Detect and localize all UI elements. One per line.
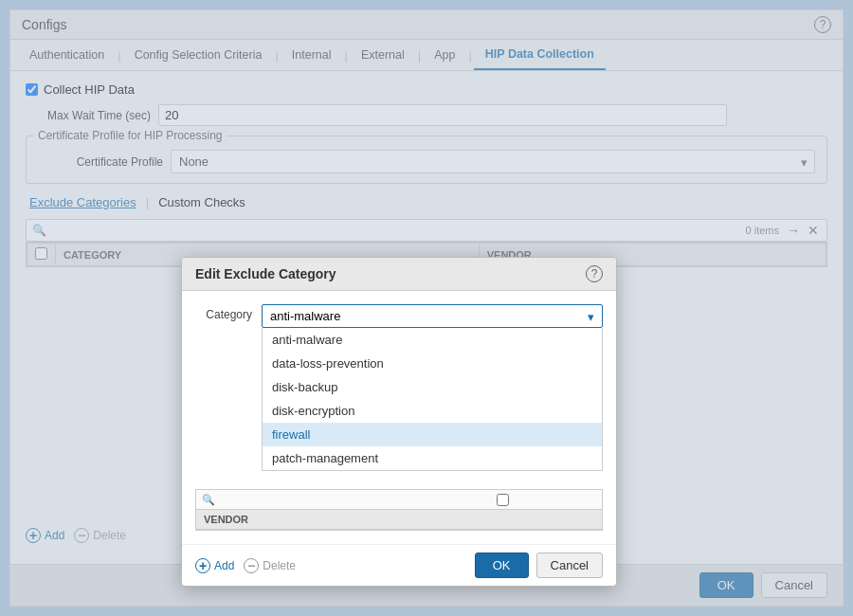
modal-title: Edit Exclude Category — [195, 266, 336, 281]
edit-exclude-category-modal: Edit Exclude Category ? Category anti-ma… — [181, 257, 617, 587]
modal-delete-button[interactable]: − Delete — [244, 558, 296, 573]
tab-hip-data-collection[interactable]: HIP Data Collection — [474, 40, 606, 70]
modal-category-value: anti-malware — [270, 309, 340, 323]
search-input[interactable] — [50, 224, 746, 237]
modal-col-vendor: VENDOR — [196, 510, 602, 530]
items-count: 0 items — [746, 225, 779, 236]
dropdown-item-anti-malware[interactable]: anti-malware — [263, 328, 602, 352]
modal-delete-label: Delete — [263, 559, 296, 572]
add-label: Add — [45, 529, 64, 542]
dropdown-item-disk-backup[interactable]: disk-backup — [263, 375, 602, 399]
modal-add-icon: + — [195, 558, 210, 573]
cert-profile-row: Certificate Profile None ▾ — [38, 150, 815, 173]
cert-profile-label: Certificate Profile — [38, 155, 171, 169]
modal-footer-btns: OK Cancel — [475, 553, 603, 578]
modal-body: Category anti-malware ▾ anti-malware dat… — [182, 291, 616, 544]
tab-internal[interactable]: Internal — [281, 41, 343, 69]
search-icon: 🔍 — [32, 224, 46, 237]
modal-category-dropdown-wrapper: anti-malware ▾ anti-malware data-loss-pr… — [262, 304, 603, 328]
modal-category-dropdown-list: anti-malware data-loss-prevention disk-b… — [262, 328, 603, 471]
main-cancel-button[interactable]: Cancel — [761, 572, 827, 598]
dropdown-item-patch-management[interactable]: patch-management — [263, 446, 602, 470]
modal-search-icon: 🔍 — [202, 494, 215, 506]
modal-vendor-table: 🔍 VENDOR — [195, 489, 603, 531]
modal-help-icon[interactable]: ? — [586, 265, 603, 282]
cert-profile-group-title: Certificate Profile for HIP Processing — [34, 129, 227, 142]
modal-add-button[interactable]: + Add — [195, 558, 234, 573]
modal-ok-button[interactable]: OK — [475, 553, 529, 578]
cert-profile-select[interactable]: None — [171, 150, 815, 173]
main-panel: Configs ? Authentication | Config Select… — [9, 9, 844, 607]
tab-config-selection[interactable]: Config Selection Criteria — [123, 41, 274, 69]
content-area: Collect HIP Data Max Wait Time (sec) Cer… — [10, 71, 843, 279]
max-wait-time-input[interactable] — [158, 104, 727, 126]
search-bar: 🔍 0 items → ✕ — [26, 219, 827, 242]
tab-external[interactable]: External — [350, 41, 416, 69]
main-ok-button[interactable]: OK — [699, 572, 753, 598]
modal-category-row: Category anti-malware ▾ anti-malware dat… — [195, 304, 603, 328]
dropdown-item-disk-encryption[interactable]: disk-encryption — [263, 399, 602, 423]
delete-label: Delete — [93, 529, 126, 542]
modal-inner-section: 🔍 VENDOR — [195, 489, 603, 531]
tab-app[interactable]: App — [423, 41, 466, 69]
modal-category-label: Category — [195, 304, 262, 321]
panel-header: Configs ? — [10, 10, 843, 40]
add-button[interactable]: + Add — [26, 528, 64, 543]
sub-tabs: Exclude Categories | Custom Checks — [26, 193, 827, 211]
modal-bottom: + Add − Delete OK Cancel — [182, 544, 616, 586]
modal-category-select[interactable]: anti-malware ▾ — [262, 304, 603, 328]
cert-profile-group: Certificate Profile for HIP Processing C… — [26, 136, 827, 184]
bottom-actions: + Add − Delete — [26, 522, 126, 549]
modal-table-search-bar: 🔍 — [196, 490, 602, 510]
modal-actions: + Add − Delete — [195, 558, 296, 573]
search-arrow-icon[interactable]: → — [785, 223, 802, 238]
delete-button[interactable]: − Delete — [74, 528, 126, 543]
modal-cancel-button[interactable]: Cancel — [536, 553, 603, 578]
tab-authentication[interactable]: Authentication — [18, 41, 116, 69]
collect-hip-data-checkbox[interactable] — [26, 83, 38, 96]
delete-icon: − — [74, 528, 89, 543]
collect-hip-data-row: Collect HIP Data — [26, 82, 827, 97]
modal-table-checkbox[interactable] — [409, 494, 596, 506]
dropdown-item-data-loss-prevention[interactable]: data-loss-prevention — [263, 352, 602, 375]
search-clear-icon[interactable]: ✕ — [806, 223, 821, 238]
modal-search-input[interactable] — [219, 493, 406, 506]
sub-tab-exclude-categories[interactable]: Exclude Categories — [26, 193, 140, 211]
dropdown-chevron-icon: ▾ — [588, 309, 594, 323]
sub-tab-custom-checks[interactable]: Custom Checks — [154, 193, 249, 211]
tabs-bar: Authentication | Config Selection Criter… — [10, 40, 843, 71]
panel-help-icon[interactable]: ? — [814, 16, 831, 33]
panel-title: Configs — [22, 17, 66, 32]
dropdown-item-firewall[interactable]: firewall — [263, 423, 602, 446]
max-wait-time-row: Max Wait Time (sec) — [26, 104, 827, 126]
collect-hip-data-label: Collect HIP Data — [44, 82, 135, 97]
modal-add-label: Add — [214, 559, 234, 572]
add-icon: + — [26, 528, 41, 543]
modal-header: Edit Exclude Category ? — [182, 258, 616, 291]
table-select-all-checkbox[interactable] — [35, 247, 47, 260]
max-wait-time-label: Max Wait Time (sec) — [26, 109, 158, 122]
modal-delete-icon: − — [244, 558, 259, 573]
